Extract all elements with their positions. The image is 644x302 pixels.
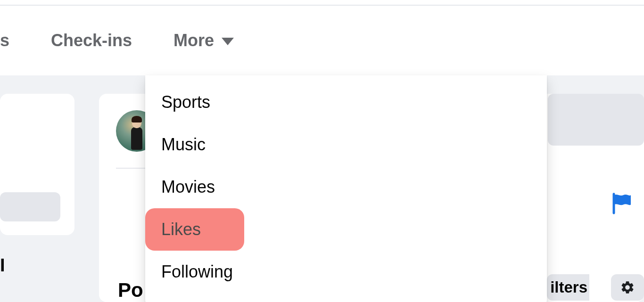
filters-label-partial: ilters (550, 278, 587, 296)
flag-icon[interactable] (608, 189, 636, 218)
nav-item-checkins[interactable]: Check-ins (30, 31, 153, 50)
avatar-figure (130, 117, 144, 150)
filters-button[interactable]: ilters (547, 274, 589, 301)
more-dropdown-menu: Sports Music Movies Likes Following (145, 75, 547, 302)
posts-heading-partial: Po (118, 279, 143, 302)
menu-item-following[interactable]: Following (145, 251, 547, 293)
gear-icon (620, 280, 635, 295)
left-bottom-text-partial: I (0, 255, 5, 276)
menu-item-likes[interactable]: Likes (145, 208, 244, 251)
card-divider (116, 168, 148, 169)
right-gray-placeholder (548, 94, 644, 146)
menu-item-sports[interactable]: Sports (145, 81, 547, 123)
nav-item-more[interactable]: More (153, 31, 255, 50)
nav-more-label: More (173, 31, 214, 50)
settings-button[interactable] (611, 274, 644, 301)
menu-item-movies[interactable]: Movies (145, 166, 547, 208)
nav-item-partial-left[interactable]: s (0, 31, 30, 50)
caret-down-icon (222, 38, 234, 45)
profile-nav-bar: s Check-ins More (0, 6, 644, 75)
left-gray-placeholder (0, 192, 60, 221)
menu-item-music[interactable]: Music (145, 123, 547, 166)
